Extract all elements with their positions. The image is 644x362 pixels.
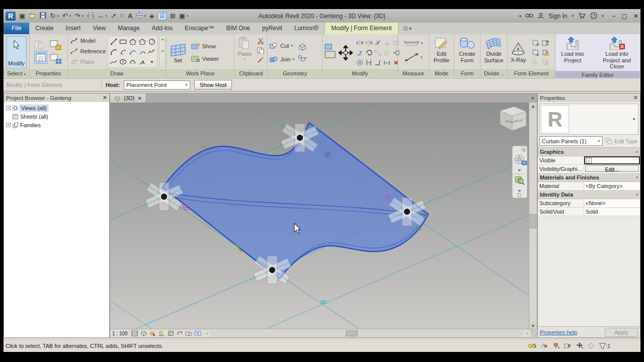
crop-view-icon[interactable] (167, 330, 175, 337)
view-tab-3d[interactable]: {3D} ✕ (110, 94, 146, 103)
show-crop-region-icon[interactable] (176, 330, 184, 337)
cut-geometry-button[interactable]: Cut▾ (269, 41, 294, 51)
help-icon[interactable]: ? (590, 12, 597, 20)
add-edge-icon[interactable] (541, 39, 550, 47)
load-into-project-close-button[interactable]: Load into Project and Close (595, 36, 638, 71)
draw-spline-icon[interactable] (147, 48, 156, 56)
scroll-right-icon[interactable]: › (524, 331, 531, 336)
family-types-icon[interactable] (49, 40, 62, 52)
align-icon[interactable] (364, 59, 373, 67)
visual-style-icon[interactable] (140, 330, 147, 337)
navigation-bar[interactable] (512, 146, 527, 198)
tab-bim-one[interactable]: BIM One (220, 23, 256, 34)
print-icon[interactable] (87, 13, 94, 20)
properties-help-link[interactable]: Properties help (540, 329, 577, 335)
shadows-icon[interactable] (158, 330, 166, 337)
lock-profiles-icon[interactable] (541, 49, 550, 57)
edit-profile-button[interactable]: Edit Profile (431, 36, 452, 64)
divide-surface-button[interactable]: Divide Surface (482, 36, 506, 64)
measure-icon[interactable]: ↔ (98, 13, 104, 19)
property-row-visible[interactable]: Visible ✓ (538, 156, 640, 165)
join-geometry-button[interactable]: Join▾ (269, 54, 294, 64)
show-host-button[interactable]: Show Host (194, 80, 232, 89)
tab-manage[interactable]: Manage (112, 23, 145, 34)
vertical-scroll-thumb[interactable] (530, 214, 536, 228)
project-browser-close-icon[interactable]: ✕ (103, 95, 107, 101)
undo-icon[interactable]: ↶ (62, 13, 68, 19)
host-dropdown[interactable]: Placement Point ∨ (124, 80, 190, 89)
sign-in-dropdown-icon[interactable]: ▾ (572, 14, 574, 18)
draw-tangent-arc-icon[interactable] (128, 48, 137, 56)
offset-icon[interactable] (355, 59, 364, 67)
tab-modify-form-element[interactable]: Modify | Form Element (325, 22, 398, 34)
show-work-plane-button[interactable]: Show (191, 41, 219, 51)
create-form-button[interactable]: Create Form (456, 36, 478, 64)
close-hidden-windows-icon[interactable]: ⊠ (170, 13, 176, 19)
pinned-elements-icon[interactable] (552, 342, 560, 350)
navbar-close-icon[interactable] (522, 148, 526, 152)
viewer-button[interactable]: Viewer (191, 54, 219, 64)
model-canvas[interactable]: FRONT RIGHT (110, 103, 530, 330)
link-geometry-icon[interactable]: ▾ (297, 54, 306, 62)
section-identity-data[interactable]: Identity Data» (538, 191, 640, 199)
section-graphics[interactable]: Graphics» (538, 148, 640, 156)
draw-grid-scroll[interactable]: ▲▼⌄ (159, 36, 165, 67)
pick-3d-edges-icon[interactable] (297, 43, 306, 51)
view-tab-list-icon[interactable]: ▼ (531, 96, 537, 101)
tree-item-families[interactable]: + Families (5, 121, 109, 129)
trim-icon[interactable] (373, 59, 382, 67)
split-icon[interactable] (373, 39, 382, 47)
minimize-button[interactable]: − (612, 13, 616, 20)
tree-item-sheets[interactable]: Sheets (all) (5, 112, 109, 121)
property-row-material[interactable]: Material <By Category> (538, 182, 640, 191)
family-category-icon[interactable] (49, 53, 62, 65)
properties-close-icon[interactable]: ✕ (633, 95, 638, 101)
tab-add-ins[interactable]: Add-Ins (146, 23, 179, 34)
draw-model-line[interactable]: Model (69, 36, 106, 46)
sign-in-link[interactable]: Sign In (548, 13, 567, 20)
type-preview-dropdown-icon[interactable]: ▼ (632, 117, 638, 122)
expand-icon[interactable]: + (6, 106, 11, 110)
redo-icon[interactable]: ↷ (74, 13, 80, 19)
close-view-icon[interactable]: ✕ (137, 96, 141, 101)
close-button[interactable]: ✕ (633, 13, 638, 20)
tab-lumion[interactable]: Lumion® (288, 23, 325, 34)
move-icon[interactable] (339, 44, 353, 61)
draw-start-end-radius-arc-icon[interactable] (109, 48, 118, 56)
tree-item-views[interactable]: + Views (all) (5, 104, 109, 112)
help-dropdown-icon[interactable]: ▾ (602, 14, 604, 18)
tab-pyrevit[interactable]: pyRevit (256, 23, 288, 34)
rotate-icon[interactable] (364, 49, 373, 57)
tab-enscape[interactable]: Enscape™ (179, 23, 220, 34)
section-icon[interactable]: ◈ (149, 13, 154, 19)
tab-view[interactable]: View (87, 23, 112, 34)
draw-ellipse-icon[interactable] (119, 58, 128, 66)
vertical-scrollbar[interactable]: ▲ ▼ (529, 103, 537, 330)
tag-icon[interactable]: ⚐ (120, 14, 124, 19)
draw-point-icon[interactable] (147, 58, 156, 66)
drag-elements-icon[interactable] (576, 342, 584, 350)
property-row-subcategory[interactable]: Subcategory <None> (538, 199, 640, 208)
modify-button[interactable]: Modify (6, 36, 27, 68)
thin-lines-icon[interactable] (158, 12, 167, 20)
horizontal-scrollbar[interactable] (211, 330, 523, 337)
revit-logo[interactable]: R (6, 12, 16, 21)
temporary-hide-isolate-icon[interactable] (185, 330, 193, 337)
measure-between-refs-button[interactable]: ▾ (405, 52, 423, 62)
editable-only-icon[interactable] (528, 342, 536, 350)
exclude-options-icon[interactable] (564, 342, 572, 350)
draw-spline2-icon[interactable] (109, 58, 118, 66)
selection-filter[interactable]: :1 (599, 343, 610, 349)
detail-level-icon[interactable] (131, 330, 138, 337)
store-cart-icon[interactable] (578, 13, 586, 20)
switch-windows-icon[interactable]: ▣ (179, 13, 185, 19)
project-window-icon[interactable]: ▣ (19, 13, 25, 19)
add-profile-icon[interactable] (531, 39, 540, 47)
tab-file[interactable]: File (4, 23, 29, 34)
visible-checkbox[interactable]: ✓ (586, 158, 592, 163)
default-3d-view-icon[interactable] (136, 12, 142, 20)
copy-to-clipboard-icon[interactable] (256, 46, 265, 54)
section-materials[interactable]: Materials and Finishes» (538, 173, 640, 182)
tab-create[interactable]: Create (29, 23, 59, 34)
property-row-solid-void[interactable]: Solid/Void Solid (538, 208, 640, 216)
